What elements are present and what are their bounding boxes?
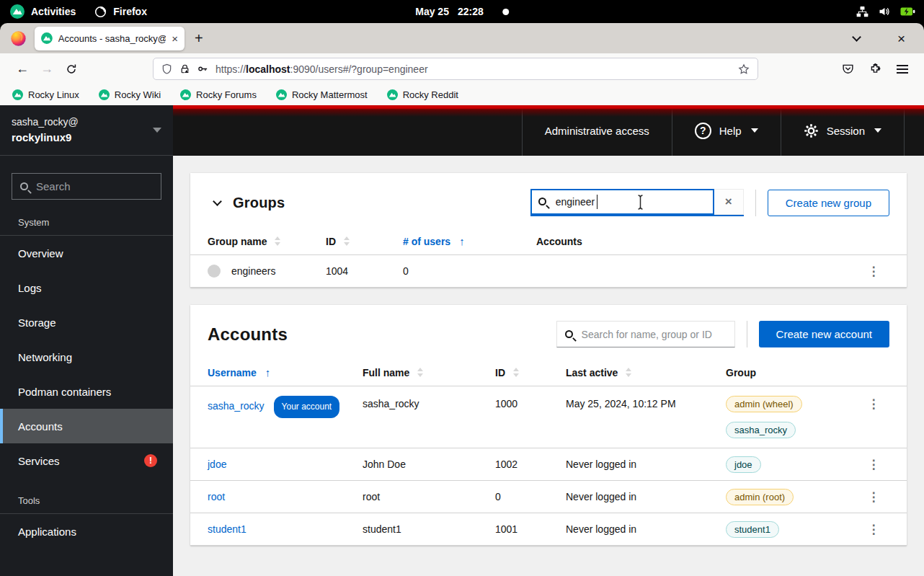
sidebar: sasha_rocky@ rockylinux9 System Overview… <box>0 105 173 576</box>
bookmark-rocky-forums[interactable]: Rocky Forums <box>180 89 257 100</box>
group-label: admin (wheel) <box>726 396 802 412</box>
create-new-account-button[interactable]: Create new account <box>759 321 889 347</box>
network-icon <box>856 6 869 18</box>
rocky-favicon <box>99 89 110 100</box>
gear-icon <box>804 123 819 138</box>
sidebar-item-services[interactable]: Services ! <box>0 443 173 478</box>
column-id[interactable]: ID <box>495 367 566 378</box>
activities-button[interactable]: Activities <box>10 4 76 19</box>
username-link[interactable]: root <box>208 491 225 502</box>
column-username[interactable]: Username↑ <box>208 366 363 378</box>
accounts-search <box>556 321 735 347</box>
reload-icon <box>66 63 77 75</box>
bookmark-star-icon[interactable] <box>738 63 750 75</box>
url-text[interactable]: https://localhost:9090/users#/?group=eng… <box>216 63 428 75</box>
groups-collapse-toggle-icon[interactable] <box>213 197 222 206</box>
host-name: rockylinux9 <box>12 130 79 146</box>
create-new-group-button[interactable]: Create new group <box>768 190 889 216</box>
firefox-view-button[interactable] <box>9 29 27 48</box>
kebab-menu-icon[interactable]: ⋮ <box>858 458 889 471</box>
system-tray[interactable] <box>856 6 915 18</box>
accounts-search-input[interactable] <box>556 321 735 347</box>
app-menu-firefox[interactable]: Firefox <box>94 6 147 18</box>
column-accounts: Accounts <box>536 236 858 247</box>
column-id[interactable]: ID <box>326 236 403 247</box>
column-group-name[interactable]: Group name <box>208 236 326 247</box>
bookmark-rocky-reddit[interactable]: Rocky Reddit <box>387 89 458 100</box>
username-link[interactable]: student1 <box>208 523 246 535</box>
menu-hamburger-icon[interactable] <box>897 65 908 74</box>
sidebar-item-podman-containers[interactable]: Podman containers <box>0 374 173 409</box>
back-button[interactable]: ← <box>10 58 35 80</box>
account-row-student1: student1 student1 1001 Never logged in s… <box>190 513 907 546</box>
user-id: 1002 <box>495 458 566 470</box>
full-name: John Doe <box>363 458 495 470</box>
sidebar-search[interactable] <box>12 173 161 200</box>
rocky-favicon <box>276 89 287 100</box>
clock[interactable]: May 25 22:28 <box>415 6 509 17</box>
activities-label: Activities <box>31 6 76 17</box>
account-row-root: root root 0 Never logged in admin (root)… <box>190 481 907 513</box>
kebab-menu-icon[interactable]: ⋮ <box>858 396 889 412</box>
browser-tab-accounts[interactable]: Accounts - sasha_rocky@ × <box>35 27 185 50</box>
column-num-users[interactable]: # of users↑ <box>403 235 536 247</box>
tab-favicon-rocky <box>41 32 53 44</box>
sidebar-item-applications[interactable]: Applications <box>0 514 173 549</box>
battery-charging-icon <box>900 6 915 17</box>
session-menu[interactable]: Session <box>781 105 905 156</box>
group-user-count: 0 <box>403 265 536 277</box>
sort-icon[interactable] <box>275 236 280 246</box>
forward-button[interactable]: → <box>35 58 59 80</box>
sort-icon[interactable] <box>626 368 631 377</box>
lock-warning-icon <box>179 63 190 74</box>
sidebar-search-input[interactable] <box>36 180 137 192</box>
pocket-icon[interactable] <box>842 63 854 75</box>
clear-search-icon[interactable]: × <box>714 189 744 215</box>
column-last-active[interactable]: Last active <box>566 367 726 378</box>
group-label: jdoe <box>726 456 761 473</box>
reload-button[interactable] <box>59 58 84 80</box>
sort-icon[interactable] <box>417 368 423 377</box>
url-bar[interactable]: https://localhost:9090/users#/?group=eng… <box>153 58 758 80</box>
help-menu[interactable]: ? Help <box>672 105 781 156</box>
search-icon <box>538 198 546 205</box>
sidebar-section-system: System <box>0 204 173 235</box>
column-full-name[interactable]: Full name <box>363 367 495 378</box>
window-close-icon[interactable]: × <box>897 32 905 45</box>
sort-ascending-icon: ↑ <box>265 366 271 378</box>
user-id: 1000 <box>495 396 566 412</box>
app-menu-label: Firefox <box>113 6 147 17</box>
groups-title: Groups <box>233 195 285 211</box>
kebab-menu-icon[interactable]: ⋮ <box>858 523 889 536</box>
new-tab-button[interactable]: + <box>195 30 203 47</box>
tab-close-icon[interactable]: × <box>172 33 178 44</box>
accounts-title: Accounts <box>208 324 288 345</box>
accounts-table: Username↑ Full name ID Last active Group… <box>190 359 907 546</box>
username-link[interactable]: sasha_rocky <box>208 400 265 412</box>
accounts-table-header: Username↑ Full name ID Last active Group <box>190 359 907 386</box>
sidebar-item-networking[interactable]: Networking <box>0 340 173 374</box>
host-user: sasha_rocky@ <box>12 115 79 129</box>
sidebar-item-accounts[interactable]: Accounts <box>0 409 173 443</box>
clock-date: May 25 <box>415 6 449 17</box>
kebab-menu-icon[interactable]: ⋮ <box>858 265 889 278</box>
sidebar-item-overview[interactable]: Overview <box>0 236 173 270</box>
list-all-tabs-icon[interactable] <box>852 32 861 42</box>
user-id: 1001 <box>495 523 566 535</box>
kebab-menu-icon[interactable]: ⋮ <box>858 491 889 503</box>
sidebar-item-logs[interactable]: Logs <box>0 270 173 305</box>
bookmark-rocky-mattermost[interactable]: Rocky Mattermost <box>276 89 368 100</box>
username-link[interactable]: jdoe <box>208 458 226 470</box>
extensions-puzzle-icon[interactable] <box>869 63 881 75</box>
sidebar-item-storage[interactable]: Storage <box>0 305 173 340</box>
cockpit-app: sasha_rocky@ rockylinux9 System Overview… <box>0 105 924 576</box>
host-switcher[interactable]: sasha_rocky@ rockylinux9 <box>0 105 173 156</box>
sort-icon[interactable] <box>344 236 350 246</box>
groups-search-input[interactable] <box>530 189 714 215</box>
bookmark-rocky-linux[interactable]: Rocky Linux <box>12 89 79 100</box>
full-name: sasha_rocky <box>363 396 495 412</box>
administrative-access-button[interactable]: Administrative access <box>522 105 672 156</box>
groups-table: Group name ID # of users↑ Accounts engin… <box>190 228 907 288</box>
sort-icon[interactable] <box>513 368 519 377</box>
bookmark-rocky-wiki[interactable]: Rocky Wiki <box>99 89 161 100</box>
